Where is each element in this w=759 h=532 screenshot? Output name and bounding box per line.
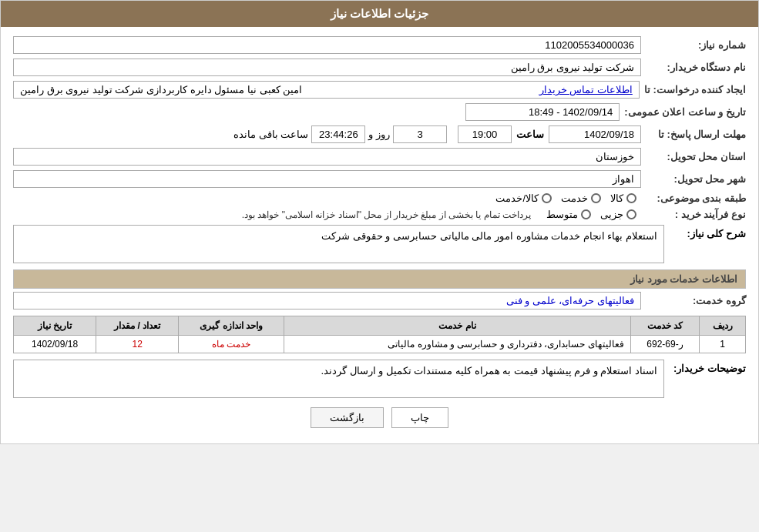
category-option-1[interactable]: کالا [610, 192, 636, 204]
category-row: طبقه بندی موضوعی: کالا خدمت کالا/خدمت [13, 192, 746, 204]
back-button[interactable]: بازگشت [311, 407, 384, 428]
creator-link[interactable]: اطلاعات تماس خریدار [539, 84, 633, 95]
purchase-label: نوع فرآیند خرید : [646, 209, 746, 220]
creator-label: ایجاد کننده درخواست: تا [644, 84, 746, 95]
buyer-desc-label: توضیحات خریدار: [669, 360, 746, 374]
remaining-section: 3 روز و 23:44:26 ساعت باقی مانده [233, 125, 447, 143]
announce-date-row: تاریخ و ساعت اعلان عمومی: 1402/09/14 - 1… [13, 103, 746, 121]
buyer-value: شرکت تولید نیروی برق رامین [13, 59, 641, 76]
creator-value: امین کعبی نیا مسئول دایره کاربردازی شرکت… [20, 84, 302, 95]
col-row: ردیف [700, 316, 746, 336]
radio-kala [626, 193, 636, 203]
remaining-time: 23:44:26 [311, 125, 365, 143]
need-desc-row: شرح کلی نیاز: استعلام بهاء انجام خدمات م… [13, 225, 746, 263]
service-group-row: گروه خدمت: فعالیتهای حرفه‌ای، علمی و فنی [13, 292, 746, 309]
category-kala-khedmat-label: کالا/خدمت [495, 192, 539, 204]
services-section-title: اطلاعات خدمات مورد نیاز [630, 273, 737, 285]
col-name: نام خدمت [284, 316, 630, 336]
need-number-row: شماره نیاز: 1102005534000036 [13, 36, 746, 54]
col-date: تاریخ نیاز [14, 316, 96, 336]
col-code: کد خدمت [630, 316, 699, 336]
deadline-time: 19:00 [458, 125, 512, 143]
announce-date-label: تاریخ و ساعت اعلان عمومی: [624, 106, 746, 118]
print-button[interactable]: چاپ [391, 407, 448, 428]
table-row: 1 ر-69-692 فعالیتهای حسابداری، دفترداری … [14, 336, 746, 353]
province-value: خوزستان [13, 148, 641, 166]
radio-motevaset [581, 209, 591, 219]
remaining-suffix: ساعت باقی مانده [233, 129, 308, 140]
cell-row: 1 [700, 336, 746, 353]
service-group-value-text: فعالیتهای حرفه‌ای، علمی و فنی [506, 295, 634, 306]
purchase-motevaset[interactable]: متوسط [546, 209, 591, 220]
services-section-header: اطلاعات خدمات مورد نیاز [13, 269, 746, 289]
radio-khedmat [591, 193, 601, 203]
city-value: اهواز [13, 170, 641, 188]
need-desc-textarea[interactable]: استعلام بهاء انجام خدمات مشاوره امور مال… [13, 225, 664, 263]
need-number-value: 1102005534000036 [13, 36, 641, 54]
purchase-jozi-label: جزیی [600, 209, 623, 220]
col-unit: واحد اندازه گیری [179, 316, 284, 336]
radio-kala-khedmat [542, 193, 552, 203]
province-label: استان محل تحویل: [646, 151, 746, 162]
remaining-day-label: روز و [368, 129, 390, 140]
services-table: ردیف کد خدمت نام خدمت واحد اندازه گیری ت… [13, 316, 746, 353]
service-group-value: فعالیتهای حرفه‌ای، علمی و فنی [13, 292, 641, 309]
deadline-date: 1402/09/18 [549, 125, 641, 143]
cell-count: 12 [96, 336, 179, 353]
buyer-row: نام دستگاه خریدار: شرکت تولید نیروی برق … [13, 59, 746, 76]
buyer-desc-textarea[interactable]: اسناد استعلام و فرم پیشنهاد قیمت به همرا… [13, 360, 664, 398]
cell-code: ر-69-692 [630, 336, 699, 353]
cell-unit: خدمت ماه [179, 336, 284, 353]
deadline-time-label: ساعت [516, 129, 544, 140]
deadline-label: مهلت ارسال پاسخ: تا [646, 129, 746, 140]
service-group-label: گروه خدمت: [646, 295, 746, 306]
purchase-jozi[interactable]: جزیی [600, 209, 636, 220]
creator-row: ایجاد کننده درخواست: تا اطلاعات تماس خری… [13, 81, 746, 99]
deadline-row: مهلت ارسال پاسخ: تا 1402/09/18 ساعت 19:0… [13, 125, 746, 143]
buyer-desc-row: توضیحات خریدار: اسناد استعلام و فرم پیشن… [13, 360, 746, 398]
remaining-day: 3 [393, 125, 447, 143]
city-row: شهر محل تحویل: اهواز [13, 170, 746, 188]
category-khedmat-label: خدمت [561, 192, 588, 204]
category-kala-label: کالا [610, 192, 623, 204]
category-option-3[interactable]: کالا/خدمت [495, 192, 552, 204]
need-number-label: شماره نیاز: [646, 39, 746, 51]
purchase-note: پرداخت تمام یا بخشی از مبلغ خریدار از مح… [242, 209, 531, 220]
announce-date-value: 1402/09/14 - 18:49 [465, 103, 620, 121]
services-table-section: ردیف کد خدمت نام خدمت واحد اندازه گیری ت… [13, 316, 746, 353]
need-desc-label: شرح کلی نیاز: [669, 225, 746, 239]
purchase-row: نوع فرآیند خرید : جزیی متوسط پرداخت تمام… [13, 209, 746, 220]
col-count: تعداد / مقدار [96, 316, 179, 336]
purchase-motevaset-label: متوسط [546, 209, 578, 220]
button-row: چاپ بازگشت [13, 407, 746, 428]
page-header: جزئیات اطلاعات نیاز [1, 1, 758, 27]
radio-jozi [626, 209, 636, 219]
province-row: استان محل تحویل: خوزستان [13, 148, 746, 166]
category-label: طبقه بندی موضوعی: [646, 192, 746, 204]
buyer-label: نام دستگاه خریدار: [646, 62, 746, 73]
cell-name: فعالیتهای حسابداری، دفترداری و حسابرسی و… [284, 336, 630, 353]
creator-value-box: اطلاعات تماس خریدار امین کعبی نیا مسئول … [13, 81, 640, 99]
page-title: جزئیات اطلاعات نیاز [331, 7, 428, 20]
cell-date: 1402/09/18 [14, 336, 96, 353]
category-option-2[interactable]: خدمت [561, 192, 601, 204]
city-label: شهر محل تحویل: [646, 173, 746, 185]
